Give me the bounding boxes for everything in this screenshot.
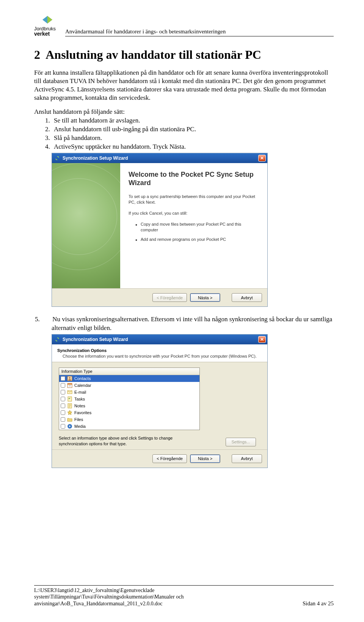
- folder-icon: [67, 417, 72, 422]
- info-type-label: Notes: [74, 404, 85, 408]
- close-button[interactable]: ✕: [258, 336, 266, 343]
- sync-icon: [54, 155, 60, 161]
- info-type-checkbox[interactable]: [61, 424, 65, 429]
- titlebar: Synchronization Setup Wizard ✕: [52, 335, 267, 344]
- info-type-checkbox[interactable]: [61, 383, 65, 388]
- close-icon: ✕: [260, 337, 264, 342]
- page-number: Sidan 4 av 25: [303, 600, 334, 607]
- close-button[interactable]: ✕: [258, 155, 266, 162]
- footer-path: L:\USER3\langtid\12_aktiv_forvaltning\Eg…: [34, 587, 184, 607]
- titlebar: Synchronization Setup Wizard ✕: [52, 153, 267, 163]
- cancel-button[interactable]: Avbryt: [232, 454, 262, 463]
- info-type-label: Contacts: [74, 376, 91, 381]
- close-icon: ✕: [260, 156, 264, 161]
- notes-icon: [67, 403, 72, 408]
- info-type-row[interactable]: Tasks: [59, 396, 199, 402]
- info-type-label: Tasks: [74, 397, 85, 401]
- info-type-label: Favorites: [74, 410, 91, 415]
- wizard-side-graphic: [52, 163, 120, 288]
- step-item: ActiveSync upptäcker nu handdatorn. Tryc…: [52, 143, 334, 151]
- star-icon: [67, 410, 72, 415]
- titlebar-text: Synchronization Setup Wizard: [63, 337, 258, 342]
- svg-marker-1: [47, 16, 52, 24]
- step-item: Se till att handdatorn är avslagen.: [52, 116, 334, 125]
- contacts-icon: [67, 376, 72, 381]
- settings-hint: Select an information type above and cli…: [59, 435, 184, 446]
- steps-list: Se till att handdatorn är avslagen. Ansl…: [52, 116, 334, 151]
- info-type-label: E-mail: [74, 390, 86, 394]
- wizard-heading: Welcome to the Pocket PC Sync Setup Wiza…: [129, 171, 259, 187]
- wizard-bullet: Copy and move files between your Pocket …: [135, 221, 259, 233]
- wizard2-title: Synchronization Options: [57, 348, 262, 353]
- info-type-row[interactable]: Files: [59, 416, 199, 423]
- next-button[interactable]: Nästa >: [190, 454, 220, 463]
- info-type-checkbox[interactable]: [61, 390, 65, 394]
- calendar-icon: [67, 383, 72, 388]
- wizard-text: If you click Cancel, you can still:: [129, 210, 259, 216]
- svg-point-5: [69, 377, 71, 379]
- svg-rect-7: [67, 383, 72, 385]
- list-intro: Anslut handdatorn på följande sätt:: [34, 108, 334, 116]
- wizard2-subtitle: Choose the information you want to synch…: [63, 353, 262, 359]
- info-type-row[interactable]: Favorites: [59, 409, 199, 416]
- prev-button[interactable]: < Föregående: [152, 454, 187, 463]
- info-type-listbox[interactable]: Information Type ContactsCalendarE-mailT…: [59, 368, 200, 430]
- wizard-bullet: Add and remove programs on your Pocket P…: [135, 237, 259, 242]
- logo-jordbruksverket: Jordbruks verket: [34, 15, 61, 36]
- info-type-checkbox[interactable]: [61, 410, 65, 415]
- step-item: Anslut handdatorn till usb-ingång på din…: [52, 125, 334, 134]
- intro-paragraph: För att kunna installera fältapplikation…: [34, 69, 334, 102]
- info-type-label: Files: [74, 417, 83, 422]
- prev-button: < Föregående: [152, 293, 187, 302]
- info-type-checkbox[interactable]: [61, 397, 65, 401]
- step-item: Slå på handdatorn.: [52, 134, 334, 143]
- svg-rect-11: [68, 397, 72, 401]
- section-heading: 2 Anslutning av handdator till stationär…: [34, 48, 334, 62]
- wizard-sync-options-dialog: Synchronization Setup Wizard ✕ Synchroni…: [52, 334, 268, 468]
- info-type-checkbox[interactable]: [61, 417, 65, 422]
- media-icon: [67, 424, 72, 429]
- info-type-row[interactable]: Contacts: [59, 375, 199, 382]
- info-type-row[interactable]: Media: [59, 423, 199, 430]
- info-type-label: Calendar: [74, 383, 91, 388]
- info-type-row[interactable]: E-mail: [59, 389, 199, 396]
- mail-icon: [67, 390, 72, 395]
- running-header: Användarmanual för handdatorer i ängs- o…: [65, 28, 334, 36]
- info-type-checkbox[interactable]: [61, 404, 65, 408]
- info-type-row[interactable]: Calendar: [59, 382, 199, 389]
- next-button[interactable]: Nästa >: [190, 293, 220, 302]
- step-5: 5. Nu visas synkroniseringsalternativen.…: [52, 315, 334, 333]
- settings-button: Settings...: [226, 438, 256, 446]
- sync-icon: [54, 336, 60, 342]
- svg-text:verket: verket: [34, 31, 50, 36]
- column-header: Information Type: [59, 368, 199, 375]
- wizard-welcome-dialog: Synchronization Setup Wizard ✕ Welcome t…: [52, 153, 268, 307]
- cancel-button[interactable]: Avbryt: [232, 293, 262, 302]
- info-type-label: Media: [74, 424, 86, 429]
- info-type-row[interactable]: Notes: [59, 402, 199, 409]
- info-type-checkbox[interactable]: [61, 376, 65, 381]
- tasks-icon: [67, 396, 72, 402]
- titlebar-text: Synchronization Setup Wizard: [63, 156, 258, 161]
- wizard-text: To set up a sync partnership between thi…: [129, 194, 259, 205]
